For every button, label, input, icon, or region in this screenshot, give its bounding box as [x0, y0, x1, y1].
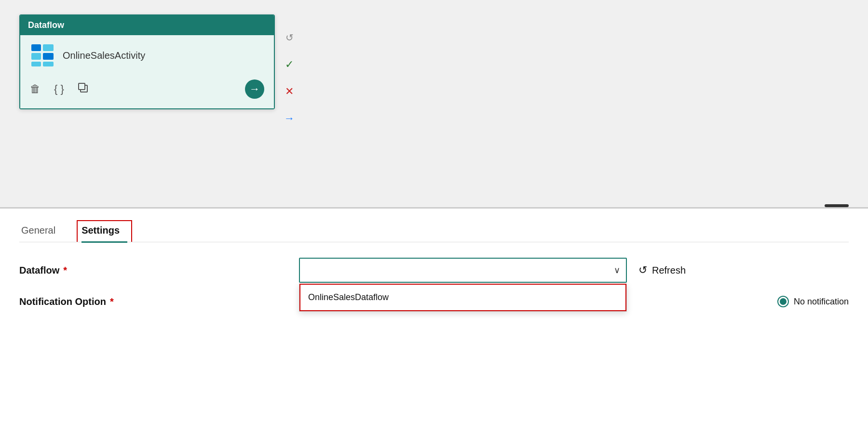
svg-rect-5 — [43, 62, 54, 66]
card-title: Dataflow — [28, 20, 64, 30]
refresh-button[interactable]: ↺ Refresh — [638, 264, 686, 276]
copy-icon[interactable] — [78, 82, 88, 96]
canvas-area: Dataflow OnlineSalesActivity — [0, 0, 868, 207]
no-notification-label: No notification — [794, 297, 849, 307]
check-toolbar-icon[interactable]: ✓ — [281, 56, 298, 73]
card-item: OnlineSalesActivity — [30, 43, 264, 68]
card-actions: 🗑 { } → — [30, 76, 264, 99]
svg-rect-2 — [31, 53, 41, 60]
refresh-label: Refresh — [652, 265, 686, 276]
dataflow-required-star: * — [63, 265, 67, 276]
activity-name: OnlineSalesActivity — [63, 50, 145, 61]
refresh-icon: ↺ — [638, 264, 647, 276]
no-notification-option[interactable]: No notification — [777, 296, 849, 307]
x-toolbar-icon[interactable]: ✕ — [281, 83, 298, 100]
tab-settings[interactable]: Settings — [77, 220, 132, 242]
no-notification-radio-button[interactable] — [777, 296, 789, 307]
dropdown-option-online-sales-dataflow[interactable]: OnlineSalesDataflow — [299, 284, 626, 311]
arrow-toolbar-icon[interactable]: → — [281, 110, 298, 127]
tab-general-label: General — [21, 225, 55, 236]
redo-toolbar-icon[interactable]: ↺ — [281, 29, 298, 46]
divider-handle[interactable] — [825, 204, 849, 207]
side-toolbar: ↺ ✓ ✕ → — [281, 29, 298, 127]
dataflow-node-card[interactable]: Dataflow OnlineSalesActivity — [19, 14, 275, 109]
dataflow-dropdown[interactable] — [299, 258, 627, 283]
dataflow-field-row: Dataflow * ∨ OnlineSalesDataflow ↺ Refre… — [19, 258, 849, 283]
notification-required-star: * — [110, 296, 114, 307]
tab-settings-label: Settings — [81, 225, 120, 236]
tabs-bar: General Settings — [19, 209, 849, 242]
delete-icon[interactable]: 🗑 — [30, 83, 41, 95]
svg-rect-3 — [43, 53, 54, 60]
card-body: OnlineSalesActivity 🗑 { } → — [20, 35, 274, 108]
svg-rect-7 — [79, 83, 85, 90]
no-notification-radio-inner — [780, 298, 787, 305]
dataflow-dropdown-wrapper: ∨ OnlineSalesDataflow — [299, 258, 627, 283]
dataflow-dropdown-popup: OnlineSalesDataflow — [299, 284, 627, 312]
dataflow-label: Dataflow * — [19, 265, 145, 276]
svg-rect-4 — [31, 62, 41, 66]
svg-rect-0 — [31, 44, 41, 51]
dataflow-icon — [30, 43, 55, 68]
navigate-button[interactable]: → — [245, 79, 264, 99]
card-header: Dataflow — [20, 15, 274, 35]
bottom-panel: General Settings Dataflow * ∨ OnlineSale… — [0, 209, 868, 421]
notification-option-label: Notification Option * — [19, 296, 145, 307]
tab-general[interactable]: General — [19, 220, 69, 242]
svg-rect-1 — [43, 44, 54, 51]
grid-svg-icon — [30, 43, 54, 67]
code-icon[interactable]: { } — [54, 83, 64, 95]
